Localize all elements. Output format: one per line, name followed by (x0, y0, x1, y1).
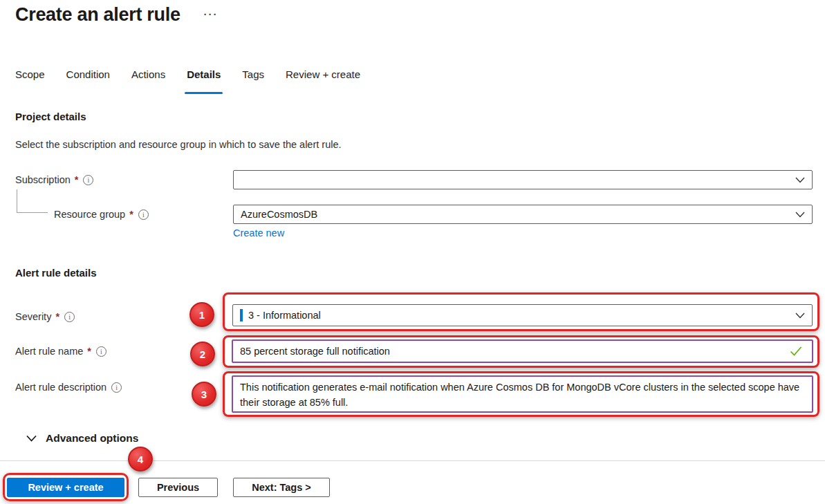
create-new-link[interactable]: Create new (233, 227, 284, 239)
previous-button[interactable]: Previous (138, 478, 218, 497)
resource-group-dropdown[interactable]: AzureCosmosDB (233, 205, 813, 224)
advanced-options-toggle[interactable]: Advanced options (26, 432, 138, 445)
advanced-options-label: Advanced options (46, 432, 138, 445)
tab-tags[interactable]: Tags (242, 68, 264, 84)
project-details-heading: Project details (15, 111, 86, 122)
subscription-dropdown[interactable] (233, 170, 813, 189)
page-header: Create an alert rule ··· (15, 4, 219, 26)
chevron-down-icon (795, 177, 805, 183)
severity-value: 3 - Informational (248, 310, 321, 321)
tab-details[interactable]: Details (187, 68, 221, 84)
wizard-tab-bar: Scope Condition Actions Details Tags Rev… (15, 68, 360, 84)
resource-group-info-icon[interactable] (138, 209, 149, 220)
create-alert-rule-page: Create an alert rule ··· Scope Condition… (0, 0, 825, 504)
resource-group-value: AzureCosmosDB (241, 209, 317, 220)
severity-info-icon[interactable] (64, 312, 75, 322)
chevron-down-icon (795, 312, 805, 319)
resource-group-label: Resource group* (54, 205, 149, 224)
project-details-subtitle: Select the subscription and resource gro… (15, 139, 342, 150)
callout-step-3: 3 (192, 382, 216, 407)
alert-rule-description-label: Alert rule description (15, 377, 122, 397)
more-options-button[interactable]: ··· (204, 8, 219, 20)
alert-rule-description-value: This notification generates e-mail notif… (240, 380, 805, 410)
alert-rule-name-label: Alert rule name* (15, 342, 106, 361)
alert-rule-description-info-icon[interactable] (111, 382, 122, 393)
subscription-info-icon[interactable] (83, 175, 93, 185)
tab-scope[interactable]: Scope (15, 68, 45, 84)
alert-rule-description-textarea[interactable]: This notification generates e-mail notif… (232, 375, 813, 413)
severity-color-bar (240, 309, 243, 321)
callout-step-2: 2 (190, 342, 215, 366)
alert-rule-details-heading: Alert rule details (15, 267, 97, 279)
alert-rule-name-info-icon[interactable] (96, 346, 106, 357)
tab-condition[interactable]: Condition (66, 68, 110, 84)
chevron-down-icon (795, 212, 805, 218)
chevron-down-icon (26, 432, 37, 445)
callout-step-4: 4 (128, 447, 153, 472)
valid-check-icon (790, 346, 802, 357)
severity-label: Severity* (15, 307, 75, 326)
alert-rule-name-value: 85 percent storage full notification (240, 346, 390, 357)
tab-actions[interactable]: Actions (131, 68, 165, 84)
alert-rule-name-input[interactable]: 85 percent storage full notification (232, 339, 813, 363)
severity-dropdown[interactable]: 3 - Informational (232, 304, 813, 326)
footer-divider (0, 460, 825, 461)
review-create-button[interactable]: Review + create (7, 478, 124, 497)
tab-review-create[interactable]: Review + create (286, 68, 360, 84)
hierarchy-connector-line (17, 189, 48, 213)
next-tags-button[interactable]: Next: Tags > (233, 478, 330, 497)
callout-step-1: 1 (189, 302, 214, 327)
page-title: Create an alert rule (15, 4, 180, 26)
subscription-label: Subscription* (15, 170, 93, 189)
